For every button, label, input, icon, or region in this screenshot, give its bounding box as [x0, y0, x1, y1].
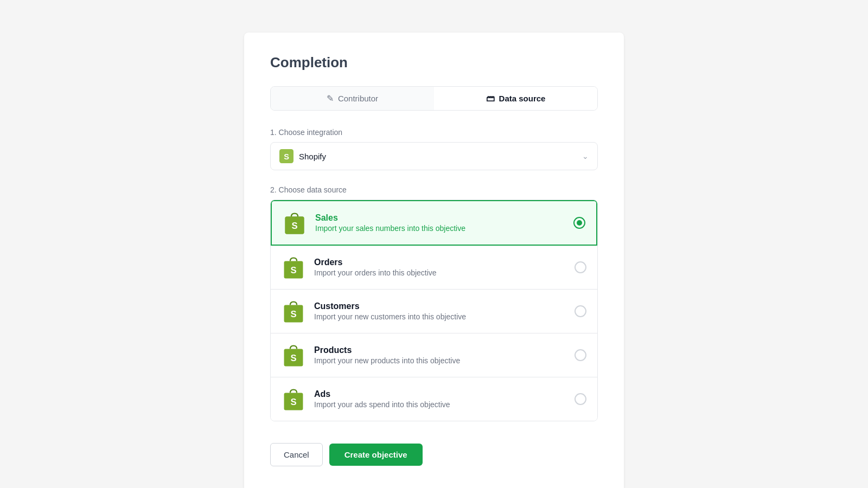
person-icon: ✎ — [327, 93, 334, 104]
svg-text:S: S — [290, 309, 296, 319]
tab-switcher: ✎ Contributor 🗃 Data source — [270, 86, 598, 111]
cancel-button[interactable]: Cancel — [270, 443, 323, 466]
footer-buttons: Cancel Create objective — [270, 443, 598, 466]
shopify-bag-icon-orders: S — [282, 255, 305, 279]
data-source-desc-products: Import your new products into this objec… — [314, 356, 575, 365]
data-source-text-sales: Sales Import your sales numbers into thi… — [315, 213, 573, 233]
data-source-text-products: Products Import your new products into t… — [314, 345, 575, 365]
radio-products[interactable] — [575, 349, 586, 361]
data-source-name-sales: Sales — [315, 213, 573, 223]
tab-data-source-label: Data source — [499, 94, 546, 103]
svg-text:S: S — [290, 265, 296, 275]
data-source-text-orders: Orders Import your orders into this obje… — [314, 258, 575, 277]
data-source-name-orders: Orders — [314, 258, 575, 267]
integration-select-left: S Shopify — [279, 149, 326, 163]
integration-section-label: 1. Choose integration — [270, 128, 598, 137]
data-source-name-products: Products — [314, 345, 575, 355]
data-source-name-customers: Customers — [314, 301, 575, 311]
radio-inner-sales — [577, 220, 582, 226]
chevron-down-icon: ⌄ — [582, 152, 589, 160]
data-source-list: S Sales Import your sales numbers into t… — [270, 200, 598, 421]
data-source-item-orders[interactable]: S Orders Import your orders into this ob… — [271, 246, 597, 290]
datasource-section-label: 2. Choose data source — [270, 185, 598, 194]
data-source-desc-customers: Import your new customers into this obje… — [314, 312, 575, 321]
shopify-logo-icon: S — [279, 149, 293, 163]
radio-customers[interactable] — [575, 305, 586, 317]
shopify-bag-icon-sales: S — [283, 211, 307, 235]
integration-select[interactable]: S Shopify ⌄ — [270, 142, 598, 170]
svg-text:S: S — [284, 152, 289, 161]
radio-orders[interactable] — [575, 261, 586, 273]
tab-contributor-label: Contributor — [338, 94, 378, 103]
shopify-bag-icon-ads: S — [282, 387, 305, 411]
create-objective-button[interactable]: Create objective — [329, 444, 423, 466]
page-container: Completion ✎ Contributor 🗃 Data source 1… — [11, 22, 857, 488]
database-icon: 🗃 — [486, 94, 495, 104]
data-source-item-sales[interactable]: S Sales Import your sales numbers into t… — [271, 200, 597, 246]
data-source-name-ads: Ads — [314, 389, 575, 399]
svg-text:S: S — [290, 353, 296, 363]
data-source-item-ads[interactable]: S Ads Import your ads spend into this ob… — [271, 377, 597, 421]
data-source-desc-orders: Import your orders into this objective — [314, 268, 575, 277]
data-source-item-customers[interactable]: S Customers Import your new customers in… — [271, 290, 597, 333]
integration-selected-value: Shopify — [299, 152, 326, 161]
svg-text:S: S — [291, 221, 297, 231]
page-title: Completion — [270, 54, 598, 71]
data-source-desc-ads: Import your ads spend into this objectiv… — [314, 400, 575, 409]
data-source-item-products[interactable]: S Products Import your new products into… — [271, 333, 597, 377]
shopify-bag-icon-customers: S — [282, 299, 305, 323]
main-content: Completion ✎ Contributor 🗃 Data source 1… — [244, 33, 624, 488]
data-source-text-ads: Ads Import your ads spend into this obje… — [314, 389, 575, 409]
data-source-desc-sales: Import your sales numbers into this obje… — [315, 224, 573, 233]
radio-ads[interactable] — [575, 393, 586, 405]
shopify-bag-icon-products: S — [282, 343, 305, 367]
tab-contributor[interactable]: ✎ Contributor — [271, 87, 434, 110]
radio-sales[interactable] — [573, 217, 585, 229]
tab-data-source[interactable]: 🗃 Data source — [434, 87, 597, 110]
data-source-text-customers: Customers Import your new customers into… — [314, 301, 575, 321]
svg-text:S: S — [290, 397, 296, 407]
